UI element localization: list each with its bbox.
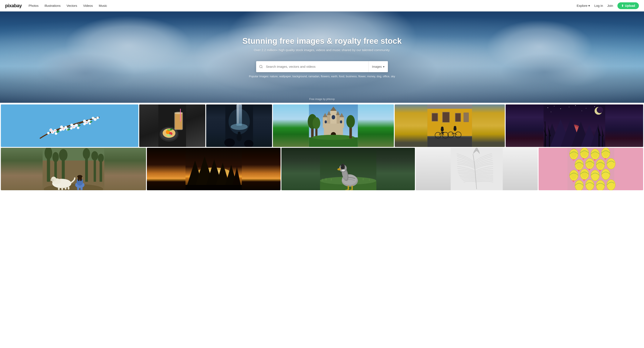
nav-videos[interactable]: Videos <box>83 4 93 7</box>
upload-icon: ⬆ <box>621 4 624 7</box>
upload-button[interactable]: ⬆ Upload <box>618 2 639 9</box>
grid-row-2 <box>0 148 644 190</box>
login-button[interactable]: Log in <box>594 4 603 7</box>
explore-button[interactable]: Explore ▾ <box>576 4 590 8</box>
grid-item-mountain-sunset[interactable] <box>147 148 280 190</box>
grid-item-waterfall[interactable] <box>206 104 272 147</box>
search-icon <box>256 65 266 69</box>
hero-credit: Free image by phtorxp <box>309 98 335 101</box>
svg-line-1 <box>262 67 262 68</box>
grid-item-girl-dog[interactable] <box>1 148 146 190</box>
join-button[interactable]: Join <box>607 4 613 7</box>
svg-point-0 <box>260 65 262 68</box>
image-grid <box>0 103 644 193</box>
hero-title: Stunning free images & royalty free stoc… <box>242 36 402 46</box>
grid-item-goose[interactable] <box>282 148 415 190</box>
logo[interactable]: pixabay <box>5 3 22 8</box>
chevron-down-icon: ▾ <box>588 4 590 8</box>
search-bar: Images ▾ <box>256 61 388 72</box>
search-input[interactable] <box>266 62 368 71</box>
nav-music[interactable]: Music <box>99 4 107 7</box>
nav-photos[interactable]: Photos <box>28 4 38 7</box>
grid-item-food[interactable] <box>139 104 205 147</box>
grid-item-bicycle[interactable] <box>395 104 505 147</box>
grid-row-1 <box>0 104 644 147</box>
nav-illustrations[interactable]: Illustrations <box>44 4 60 7</box>
hero-subtitle: Over 2.2 million+ high quality stock ima… <box>242 48 402 52</box>
grid-item-feather[interactable] <box>416 148 538 190</box>
nav-links: Photos Illustrations Vectors Videos Musi… <box>28 4 576 8</box>
search-container: Images ▾ <box>256 61 388 72</box>
grid-item-lemon-pattern[interactable] <box>538 148 643 190</box>
hero-section: Stunning free images & royalty free stoc… <box>0 11 644 103</box>
navbar: pixabay Photos Illustrations Vectors Vid… <box>0 0 644 11</box>
search-type-dropdown[interactable]: Images ▾ <box>368 61 388 72</box>
grid-item-castle[interactable] <box>273 104 394 147</box>
nav-right: Explore ▾ Log in Join ⬆ Upload <box>576 2 639 9</box>
hero-content: Stunning free images & royalty free stoc… <box>242 36 402 58</box>
chevron-down-icon: ▾ <box>383 65 384 68</box>
popular-tags: Popular Images: nature, wallpaper, backg… <box>249 75 395 78</box>
grid-item-mountain-night[interactable] <box>506 104 643 147</box>
nav-vectors[interactable]: Vectors <box>66 4 77 7</box>
grid-item-cherry-blossom[interactable] <box>1 104 138 147</box>
